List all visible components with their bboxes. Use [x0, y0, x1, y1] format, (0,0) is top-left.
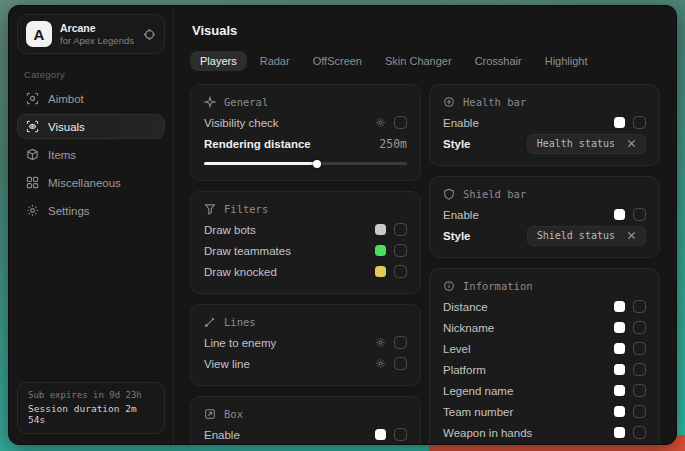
tab-radar[interactable]: Radar: [250, 51, 300, 71]
info-icon: [443, 280, 455, 292]
card-box: Box Enable Enable background: [190, 396, 421, 444]
box-enable-checkbox[interactable]: [394, 428, 407, 441]
tab-skin-changer[interactable]: Skin Changer: [375, 51, 462, 71]
legend-name-checkbox[interactable]: [633, 384, 646, 397]
team-number-checkbox[interactable]: [633, 405, 646, 418]
sidebar-nav: Aimbot Visuals Items: [17, 86, 165, 223]
setting-row-draw-bots: Draw bots: [204, 219, 407, 240]
sidebar-item-aimbot[interactable]: Aimbot: [17, 86, 165, 111]
tab-bar: Players Radar OffScreen Skin Changer Cro…: [190, 51, 660, 71]
color-swatch[interactable]: [375, 245, 386, 256]
sidebar-item-label: Aimbot: [48, 93, 84, 105]
eye-scan-icon: [26, 120, 39, 133]
page-title: Visuals: [192, 23, 660, 38]
draw-bots-checkbox[interactable]: [394, 223, 407, 236]
sidebar: A Arcane for Apex Legends Category: [9, 6, 174, 444]
setting-row-rendering-distance: Rendering distance 250m: [204, 133, 407, 154]
card-title: Box: [224, 408, 243, 420]
close-icon[interactable]: [627, 139, 636, 148]
card-title: Filters: [224, 203, 268, 215]
color-swatch[interactable]: [614, 343, 625, 354]
sidebar-item-label: Visuals: [48, 121, 85, 133]
rendering-distance-slider[interactable]: [204, 162, 407, 165]
brand-name: Arcane: [60, 22, 134, 34]
color-swatch[interactable]: [614, 209, 625, 220]
setting-row-legend-name: Legend name: [443, 380, 646, 401]
setting-row-health-enable: Enable: [443, 112, 646, 133]
shield-style-select[interactable]: Shield status: [527, 226, 646, 246]
color-swatch[interactable]: [614, 427, 625, 438]
view-line-checkbox[interactable]: [394, 357, 407, 370]
color-swatch[interactable]: [375, 266, 386, 277]
color-swatch[interactable]: [375, 224, 386, 235]
platform-checkbox[interactable]: [633, 363, 646, 376]
setting-row-weapon-in-hands: Weapon in hands: [443, 422, 646, 443]
sidebar-item-items[interactable]: Items: [17, 142, 165, 167]
distance-checkbox[interactable]: [633, 300, 646, 313]
settings-gear-icon[interactable]: [375, 358, 386, 369]
card-title: Health bar: [463, 96, 526, 108]
settings-gear-icon[interactable]: [375, 117, 386, 128]
card-lines: Lines Line to enemy: [190, 304, 421, 386]
setting-row-visibility-check: Visibility check: [204, 112, 407, 133]
sidebar-item-settings[interactable]: Settings: [17, 198, 165, 223]
health-gauge-icon: [443, 96, 455, 108]
card-title: General: [224, 96, 268, 108]
card-title: Information: [463, 280, 533, 292]
sparkle-icon: [204, 96, 216, 108]
line-to-enemy-checkbox[interactable]: [394, 336, 407, 349]
card-title: Lines: [224, 316, 256, 328]
close-icon[interactable]: [627, 231, 636, 240]
card-title: Shield bar: [463, 188, 526, 200]
setting-row-draw-knocked: Draw knocked: [204, 261, 407, 282]
setting-row-distance: Distance: [443, 296, 646, 317]
pencil-line-icon: [204, 316, 216, 328]
color-swatch[interactable]: [614, 322, 625, 333]
level-checkbox[interactable]: [633, 342, 646, 355]
tab-players[interactable]: Players: [190, 51, 247, 71]
box-select-icon: [204, 408, 216, 420]
color-swatch[interactable]: [614, 364, 625, 375]
grid-icon: [26, 176, 39, 189]
main-content: Visuals Players Radar OffScreen Skin Cha…: [174, 6, 676, 444]
target-icon[interactable]: [143, 28, 156, 41]
app-window: A Arcane for Apex Legends Category: [8, 5, 677, 445]
settings-gear-icon[interactable]: [375, 337, 386, 348]
brand-header: A Arcane for Apex Legends: [17, 14, 165, 54]
shield-enable-checkbox[interactable]: [633, 208, 646, 221]
card-health-bar: Health bar Enable Style Health s: [429, 84, 660, 166]
session-duration-text: Session duration 2m 54s: [28, 403, 154, 425]
color-swatch[interactable]: [614, 301, 625, 312]
weapon-in-hands-checkbox[interactable]: [633, 426, 646, 439]
setting-row-shield-style: Style Shield status: [443, 225, 646, 246]
card-general: General Visibility check: [190, 84, 421, 181]
setting-row-platform: Platform: [443, 359, 646, 380]
tab-offscreen[interactable]: OffScreen: [303, 51, 372, 71]
slider-thumb[interactable]: [313, 160, 321, 168]
sidebar-item-label: Miscellaneous: [48, 177, 121, 189]
sidebar-item-visuals[interactable]: Visuals: [17, 114, 165, 139]
color-swatch[interactable]: [375, 429, 386, 440]
setting-row-draw-teammates: Draw teammates: [204, 240, 407, 261]
draw-knocked-checkbox[interactable]: [394, 265, 407, 278]
setting-row-nickname: Nickname: [443, 317, 646, 338]
tab-crosshair[interactable]: Crosshair: [465, 51, 532, 71]
color-swatch[interactable]: [614, 385, 625, 396]
color-swatch[interactable]: [614, 117, 625, 128]
sidebar-item-miscellaneous[interactable]: Miscellaneous: [17, 170, 165, 195]
health-enable-checkbox[interactable]: [633, 116, 646, 129]
setting-row-shield-enable: Enable: [443, 204, 646, 225]
shield-icon: [443, 188, 455, 200]
tab-highlight[interactable]: Highlight: [535, 51, 598, 71]
nickname-checkbox[interactable]: [633, 321, 646, 334]
color-swatch[interactable]: [614, 406, 625, 417]
card-information: Information Distance Nickname: [429, 268, 660, 444]
gear-icon: [26, 204, 39, 217]
sub-expires-text: Sub expires in 9d 23h: [28, 390, 154, 400]
draw-teammates-checkbox[interactable]: [394, 244, 407, 257]
setting-row-box-enable: Enable: [204, 424, 407, 444]
crosshair-scan-icon: [26, 92, 39, 105]
subscription-info: Sub expires in 9d 23h Session duration 2…: [17, 382, 165, 434]
health-style-select[interactable]: Health status: [527, 134, 646, 154]
visibility-check-checkbox[interactable]: [394, 116, 407, 129]
